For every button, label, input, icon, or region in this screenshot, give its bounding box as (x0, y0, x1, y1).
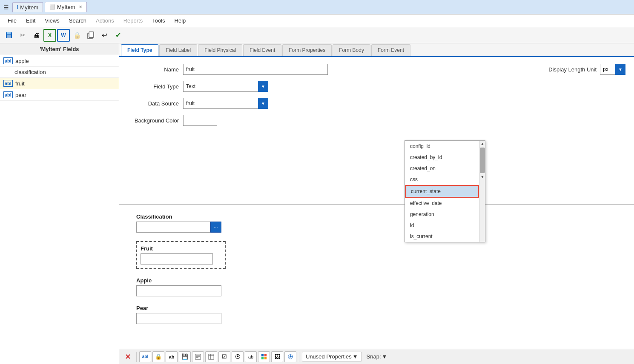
data-source-select[interactable]: fruit apple classification pear (183, 98, 268, 109)
lock-tool[interactable]: 🔒 (152, 351, 164, 362)
tab-myitem1[interactable]: I MyItem (12, 2, 43, 12)
word-button[interactable]: W (57, 29, 70, 42)
toolbar-separator-2 (299, 352, 299, 362)
display-length-select[interactable]: px em % (600, 64, 625, 75)
print-button[interactable]: 🖨 (30, 29, 43, 42)
tab-field-physical[interactable]: Field Physical (198, 44, 242, 56)
field-type-label: Field Type (128, 83, 179, 90)
display-length-row: Display Length Unit px em % ▼ (548, 64, 625, 75)
radio-tool[interactable]: ⦿ (232, 351, 244, 362)
main-area: 'MyItem' Fields abl apple classification… (0, 43, 634, 364)
field-item-apple[interactable]: abl apple (0, 55, 119, 67)
field-type-icon-apple: abl (3, 57, 13, 64)
menu-tools[interactable]: Tools (148, 16, 169, 26)
menu-actions[interactable]: Actions (92, 16, 118, 26)
label-tool[interactable]: ab (166, 351, 178, 362)
grid-tool[interactable] (258, 351, 270, 362)
dropdown-item-created_by_id[interactable]: created_by_id (405, 152, 479, 163)
tab-form-event[interactable]: Form Event (371, 44, 410, 56)
dropdown-item-created_on[interactable]: created_on (405, 163, 479, 174)
dropdown-scrollbar[interactable]: ▲ ▼ (479, 141, 485, 242)
tab-form-properties[interactable]: Form Properties (282, 44, 332, 56)
unused-properties-label: Unused Properties (306, 353, 352, 360)
name-row: Name Display Length Unit px em % ▼ (128, 64, 625, 75)
fruit-label: Fruit (141, 245, 221, 252)
menu-file[interactable]: File (3, 16, 21, 26)
properties-area: Name Display Length Unit px em % ▼ (119, 57, 634, 204)
fruit-input[interactable] (141, 253, 213, 264)
form-field-classification: Classification ··· (136, 213, 617, 233)
data-source-label: Data Source (128, 100, 179, 107)
classification-input-row: ··· (136, 222, 617, 233)
lock-button[interactable]: 🔒 (71, 29, 83, 42)
hamburger-icon[interactable]: ☰ (2, 2, 11, 12)
menu-views[interactable]: Views (40, 16, 63, 26)
tab-field-label[interactable]: Field Label (159, 44, 197, 56)
save-button[interactable] (3, 29, 15, 42)
svg-rect-5 (195, 354, 201, 359)
copy-layout-button[interactable] (84, 29, 97, 42)
background-color-picker[interactable] (183, 115, 217, 126)
scroll-thumb[interactable] (480, 148, 485, 173)
tab-form-body[interactable]: Form Body (333, 44, 370, 56)
dropdown-item-config_id[interactable]: config_id (405, 141, 479, 152)
display-length-label: Display Length Unit (548, 66, 597, 73)
background-color-label: Background Color (128, 117, 179, 124)
svg-rect-9 (209, 354, 214, 359)
unused-properties-button[interactable]: Unused Properties ▼ (302, 352, 362, 361)
delete-button[interactable]: ✕ (122, 351, 134, 362)
text-display-tool[interactable]: ab (245, 351, 257, 362)
menu-help[interactable]: Help (170, 16, 190, 26)
field-type-select-wrapper: Text Date Number Boolean ▼ (183, 81, 268, 92)
dropdown-item-id[interactable]: id (405, 220, 479, 231)
check-button[interactable]: ✔ (112, 29, 124, 42)
undo-button[interactable]: ↩ (98, 29, 111, 42)
table-tool[interactable] (205, 351, 217, 362)
snap-button[interactable]: Snap: ▼ (363, 352, 391, 361)
field-type-icon-fruit: abl (3, 80, 13, 87)
apple-input[interactable] (136, 285, 221, 296)
menu-edit[interactable]: Edit (22, 16, 40, 26)
name-label: Name (128, 66, 179, 73)
excel-button[interactable]: X (43, 29, 56, 42)
fields-panel: 'MyItem' Fields abl apple classification… (0, 43, 119, 364)
menu-reports[interactable]: Reports (119, 16, 147, 26)
unused-properties-dropdown-icon: ▼ (353, 353, 358, 360)
pear-input[interactable] (136, 313, 221, 324)
checkbox-tool[interactable]: ☑ (218, 351, 230, 362)
dropdown-item-current_state[interactable]: current_state (405, 185, 479, 198)
field-name-apple: apple (15, 58, 29, 64)
pear-label: Pear (136, 305, 617, 311)
field-type-select[interactable]: Text Date Number Boolean (183, 81, 268, 92)
tab-field-type[interactable]: Field Type (121, 44, 158, 56)
menu-search[interactable]: Search (65, 16, 91, 26)
svg-point-20 (290, 356, 291, 357)
classification-input[interactable] (136, 222, 210, 233)
classification-browse-button[interactable]: ··· (210, 222, 221, 233)
svg-rect-4 (89, 32, 94, 37)
image-tool[interactable]: 🖼 (271, 351, 283, 362)
toolbar: ✂ 🖨 X W 🔒 ↩ ✔ (0, 27, 634, 43)
tab-field-event[interactable]: Field Event (243, 44, 281, 56)
cut-button[interactable]: ✂ (16, 29, 29, 42)
title-bar: ☰ I MyItem ⬜ MyItem ✕ (0, 0, 634, 14)
right-panel: Field Type Field Label Field Physical Fi… (119, 43, 634, 364)
form-canvas: Classification ··· Fruit Apple (119, 205, 634, 355)
text-field-tool[interactable]: abl (139, 351, 151, 362)
field-item-pear[interactable]: abl pear (0, 89, 119, 101)
tab-myitem2[interactable]: ⬜ MyItem ✕ (45, 2, 87, 12)
background-color-row: Background Color (128, 115, 625, 126)
snap-dropdown-icon: ▼ (382, 353, 387, 360)
chart-tool[interactable] (284, 351, 296, 362)
scroll-down-icon[interactable]: ▼ (479, 174, 485, 180)
name-input[interactable] (183, 64, 328, 75)
dropdown-item-generation[interactable]: generation (405, 209, 479, 220)
memo-tool[interactable] (192, 351, 204, 362)
save-tool[interactable]: 💾 (179, 351, 191, 362)
field-item-fruit[interactable]: abl fruit (0, 78, 119, 89)
field-item-classification[interactable]: classification (0, 67, 119, 78)
dropdown-item-effective_date[interactable]: effective_date (405, 198, 479, 209)
scroll-up-icon[interactable]: ▲ (479, 141, 485, 147)
dropdown-item-is_current[interactable]: is_current (405, 231, 479, 242)
dropdown-item-css[interactable]: css (405, 174, 479, 185)
